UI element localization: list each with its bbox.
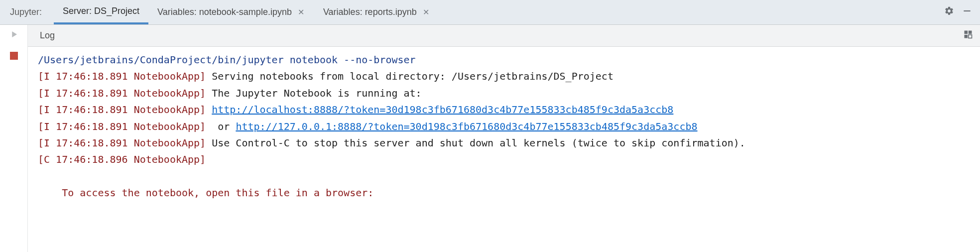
tab-variables-reports[interactable]: Variables: reports.ipynb ✕ — [314, 0, 439, 24]
log-line: [I 17:46:18.891 NotebookApp] or http://1… — [38, 119, 980, 135]
tab-variables-notebook-sample[interactable]: Variables: notebook-sample.ipynb ✕ — [148, 0, 314, 24]
close-icon[interactable]: ✕ — [422, 7, 430, 17]
minimize-icon — [962, 6, 972, 18]
panel-title: Jupyter: — [10, 0, 54, 24]
svg-rect-2 — [969, 31, 972, 34]
server-url-link[interactable]: http://127.0.0.1:8888/?token=30d198c3fb6… — [236, 121, 697, 132]
gear-icon — [944, 6, 954, 18]
svg-rect-3 — [965, 35, 968, 38]
svg-rect-1 — [965, 31, 968, 34]
tab-server[interactable]: Server: DS_Project — [54, 0, 148, 24]
log-line — [38, 168, 980, 185]
settings-button[interactable] — [940, 0, 958, 24]
log-title: Log — [40, 30, 55, 41]
log-header: Log — [28, 25, 980, 47]
log-line: [I 17:46:18.891 NotebookApp] The Jupyter… — [38, 85, 980, 102]
log-line: To access the notebook, open this file i… — [38, 185, 980, 201]
log-line: [C 17:46:18.896 NotebookApp] — [38, 151, 980, 168]
command-line: /Users/jetbrains/CondaProject/bin/jupyte… — [38, 52, 980, 68]
run-button[interactable] — [9, 30, 18, 41]
tab-bar: Jupyter: Server: DS_Project Variables: n… — [0, 0, 980, 25]
layout-settings-button[interactable] — [963, 29, 973, 42]
toolbar-gutter — [0, 25, 28, 252]
close-icon[interactable]: ✕ — [297, 7, 305, 17]
log-line: [I 17:46:18.891 NotebookApp] Serving not… — [38, 68, 980, 85]
server-url-link[interactable]: http://localhost:8888/?token=30d198c3fb6… — [212, 104, 673, 116]
log-line: [I 17:46:18.891 NotebookApp] http://loca… — [38, 102, 980, 118]
tab-label: Variables: notebook-sample.ipynb — [157, 7, 292, 17]
hide-button[interactable] — [958, 0, 976, 24]
tab-label: Server: DS_Project — [63, 6, 139, 16]
console-output[interactable]: /Users/jetbrains/CondaProject/bin/jupyte… — [28, 47, 980, 252]
stop-button[interactable] — [10, 52, 18, 60]
layout-icon — [963, 31, 973, 41]
play-icon — [9, 32, 18, 40]
log-line: [I 17:46:18.891 NotebookApp] Use Control… — [38, 135, 980, 151]
svg-rect-4 — [969, 35, 972, 38]
jupyter-tool-window: Jupyter: Server: DS_Project Variables: n… — [0, 0, 980, 252]
tab-label: Variables: reports.ipynb — [323, 7, 417, 17]
